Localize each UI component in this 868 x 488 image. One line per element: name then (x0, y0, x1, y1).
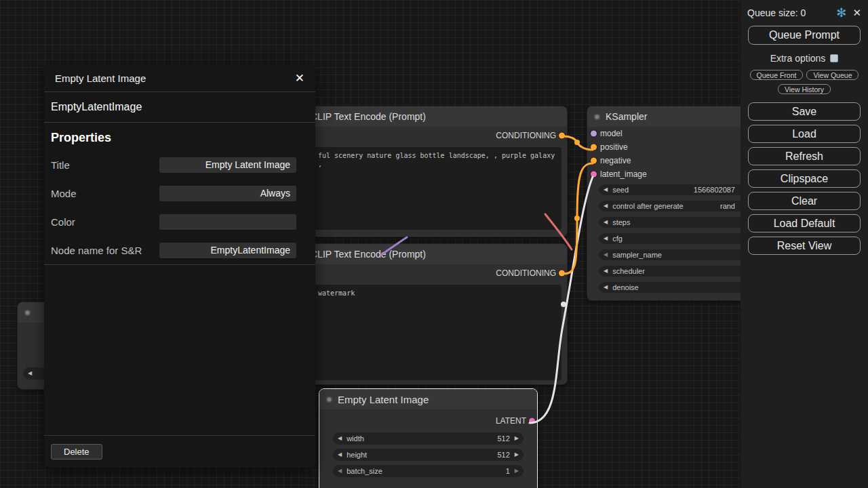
decrement-arrow-icon[interactable]: ◀ (338, 436, 342, 441)
increment-arrow-icon[interactable]: ▶ (515, 468, 519, 474)
property-label: Color (51, 216, 75, 228)
close-menu-icon[interactable]: ✕ (852, 7, 861, 19)
width-stepper[interactable]: ◀ width 512 ▶ (333, 432, 524, 445)
height-stepper[interactable]: ◀ height 512 ▶ (333, 449, 524, 461)
decrement-arrow-icon[interactable]: ◀ (604, 268, 608, 274)
widget-value: rand (720, 202, 735, 210)
decrement-arrow-icon[interactable]: ◀ (604, 187, 608, 192)
clear-button[interactable]: Clear (748, 192, 861, 210)
extra-options-checkbox[interactable] (830, 54, 838, 62)
node-clip-text-encode-positive[interactable]: CLIP Text Encode (Prompt) CONDITIONING f… (292, 106, 568, 237)
input-label: positive (600, 142, 628, 152)
decrement-arrow-icon[interactable]: ◀ (604, 220, 608, 225)
decrement-arrow-icon[interactable]: ◀ (604, 252, 608, 258)
widget-label: width (347, 434, 364, 443)
widget-value: 512 (497, 451, 509, 459)
extra-options-label: Extra options (770, 53, 826, 64)
node-clip-text-encode-negative[interactable]: CLIP Text Encode (Prompt) CONDITIONING w… (292, 243, 568, 385)
increment-arrow-icon[interactable]: ▶ (515, 436, 519, 441)
sr-name-field[interactable]: EmptyLatentImage (159, 243, 296, 258)
queue-prompt-button[interactable]: Queue Prompt (748, 26, 861, 45)
decrement-arrow-icon[interactable]: ◀ (604, 285, 608, 290)
properties-heading: Properties (44, 123, 315, 150)
decrement-arrow-icon[interactable]: ◀ (338, 452, 342, 458)
save-button[interactable]: Save (748, 102, 861, 121)
input-label: latent_image (600, 169, 647, 179)
negative-input-dot[interactable] (591, 158, 597, 164)
collapse-dot-icon[interactable] (326, 396, 332, 403)
decrement-arrow-icon[interactable]: ◀ (28, 371, 32, 376)
title-field[interactable]: Empty Latent Image (159, 157, 296, 173)
output-label: CONDITIONING (496, 131, 556, 140)
view-history-button[interactable]: View History (778, 84, 831, 94)
color-field[interactable] (159, 214, 296, 230)
conditioning-output-dot[interactable] (559, 270, 565, 277)
collapse-dot-icon[interactable] (594, 114, 600, 120)
widget-label: batch_size (347, 467, 382, 475)
decrement-arrow-icon[interactable]: ◀ (338, 468, 342, 474)
property-label: Title (51, 159, 70, 171)
node-header[interactable]: CLIP Text Encode (Prompt) (292, 106, 567, 127)
mode-field[interactable]: Always (159, 186, 296, 201)
node-title: CLIP Text Encode (Prompt) (311, 249, 426, 260)
load-default-button[interactable]: Load Default (748, 214, 861, 232)
node-title: CLIP Text Encode (Prompt) (311, 111, 426, 122)
widget-label: cfg (612, 235, 623, 243)
property-label: Node name for S&R (51, 245, 142, 256)
node-header[interactable]: Empty Latent Image (319, 389, 537, 409)
decrement-arrow-icon[interactable]: ◀ (604, 236, 608, 241)
comfyui-menu-panel: Queue size: 0 ✻ ✕ Queue Prompt Extra opt… (741, 0, 868, 488)
output-conditioning: CONDITIONING (292, 264, 567, 282)
input-label: negative (600, 156, 631, 165)
property-label: Mode (51, 188, 77, 199)
input-label: model (600, 129, 623, 138)
positive-input-dot[interactable] (591, 144, 597, 150)
widget-label: control after generate (612, 202, 684, 210)
batch-size-stepper[interactable]: ◀ batch_size 1 ▶ (333, 465, 524, 477)
widget-value: 1566802087 (694, 186, 735, 194)
latent-image-input-dot[interactable] (591, 171, 597, 178)
widget-label: denoise (612, 283, 639, 291)
model-input-dot[interactable] (591, 131, 597, 137)
output-latent: LATENT (319, 412, 537, 430)
conditioning-output-dot[interactable] (559, 133, 565, 139)
increment-arrow-icon[interactable]: ▶ (515, 452, 519, 458)
property-row-color: Color (44, 207, 315, 236)
node-title: Empty Latent Image (338, 394, 429, 405)
widget-label: sampler_name (612, 251, 662, 259)
prompt-textarea[interactable]: watermark (298, 285, 561, 380)
delete-node-button[interactable]: Delete (51, 444, 102, 460)
load-button[interactable]: Load (748, 125, 861, 143)
node-empty-latent-image[interactable]: Empty Latent Image LATENT ◀ width 512 ▶ … (319, 388, 538, 488)
reset-view-button[interactable]: Reset View (748, 237, 861, 255)
widget-label: seed (612, 186, 629, 194)
comfyui-logo-icon: ✻ (836, 7, 846, 19)
collapse-dot-icon[interactable] (24, 310, 31, 316)
latent-output-dot[interactable] (529, 418, 535, 424)
refresh-button[interactable]: Refresh (748, 147, 861, 165)
output-label: LATENT (496, 416, 526, 426)
wire-negative-dot (574, 216, 580, 221)
close-icon[interactable]: ✕ (295, 71, 304, 85)
dialog-title: Empty Latent Image (55, 73, 146, 84)
output-conditioning: CONDITIONING (292, 127, 567, 144)
widget-label: scheduler (612, 267, 645, 275)
node-title: KSampler (606, 111, 647, 122)
view-queue-button[interactable]: View Queue (806, 70, 859, 80)
node-type-name: EmptyLatentImage (44, 92, 315, 122)
property-row-mode: Mode Always (44, 179, 315, 207)
prompt-textarea[interactable]: ful scenery nature glass bottle landscap… (298, 147, 561, 230)
queue-size-label: Queue size: 0 (747, 7, 830, 18)
decrement-arrow-icon[interactable]: ◀ (604, 203, 608, 209)
queue-front-button[interactable]: Queue Front (750, 70, 804, 80)
widget-label: steps (612, 218, 630, 226)
widget-value: 512 (497, 434, 509, 443)
node-properties-dialog: Empty Latent Image ✕ EmptyLatentImage Pr… (44, 64, 315, 468)
node-header[interactable]: CLIP Text Encode (Prompt) (292, 244, 567, 264)
output-label: CONDITIONING (496, 268, 556, 278)
widget-label: height (347, 451, 367, 459)
wire-positive-dot (574, 140, 580, 145)
property-row-title: Title Empty Latent Image (44, 150, 315, 179)
clipspace-button[interactable]: Clipspace (748, 169, 861, 188)
property-row-sr-name: Node name for S&R EmptyLatentImage (44, 236, 315, 264)
